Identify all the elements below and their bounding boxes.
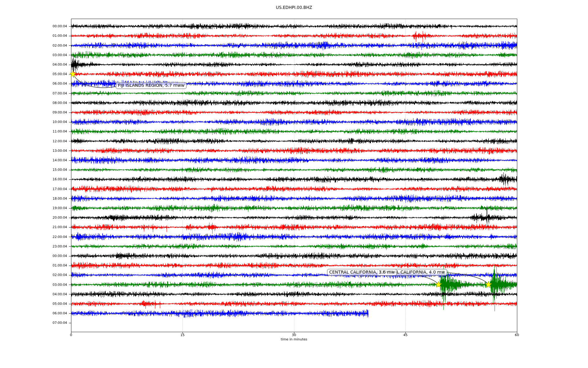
y-tick-label: 07:00:04 bbox=[0, 91, 67, 95]
y-tick-label: 03:00:04 bbox=[0, 283, 67, 287]
y-tick-label: 01:00:04 bbox=[0, 263, 67, 267]
y-tick-label: 22:00:04 bbox=[0, 235, 67, 239]
x-axis-label: time in minutes bbox=[248, 337, 340, 341]
y-tick-label: 08:00:04 bbox=[0, 101, 67, 105]
seismogram-plot-canvas bbox=[0, 0, 588, 368]
y-tick-label: 04:00:04 bbox=[0, 63, 67, 67]
event-annotation-central-california-36: CENTRAL CALIFORNIA, 3.6 mw bbox=[327, 269, 397, 276]
seismogram-figure: US.EDHPI.00.BHZ time in minutes CENTRAL … bbox=[0, 0, 588, 368]
y-tick-label: 13:00:04 bbox=[0, 149, 67, 153]
y-tick-label: 14:00:04 bbox=[0, 158, 67, 162]
y-tick-label: 21:00:04 bbox=[0, 225, 67, 229]
y-tick-label: 00:00:04 bbox=[0, 24, 67, 28]
y-tick-label: 04:00:04 bbox=[0, 292, 67, 296]
y-tick-label: 18:00:04 bbox=[0, 197, 67, 201]
x-tick-label: 15 bbox=[173, 333, 192, 337]
y-tick-label: 02:00:04 bbox=[0, 44, 67, 48]
y-tick-label: 19:00:04 bbox=[0, 206, 67, 210]
y-tick-label: 15:00:04 bbox=[0, 168, 67, 172]
y-tick-label: 07:00:04 bbox=[0, 321, 67, 325]
y-tick-label: 05:00:04 bbox=[0, 302, 67, 306]
y-tick-label: 02:00:04 bbox=[0, 273, 67, 277]
y-tick-label: 16:00:04 bbox=[0, 177, 67, 181]
y-tick-label: 09:00:04 bbox=[0, 110, 67, 114]
y-tick-label: 20:00:04 bbox=[0, 216, 67, 220]
x-tick-label: 45 bbox=[396, 333, 415, 337]
plot-title: US.EDHPI.00.BHZ bbox=[0, 5, 588, 10]
y-tick-label: 10:00:04 bbox=[0, 120, 67, 124]
y-tick-label: 23:00:04 bbox=[0, 244, 67, 248]
x-tick-label: 30 bbox=[285, 333, 303, 337]
event-annotation-fiji: FIJI ISLANDS REGION, 5.7 mww bbox=[116, 82, 187, 89]
y-tick-label: 17:00:04 bbox=[0, 187, 67, 191]
x-tick-label: 0 bbox=[62, 333, 80, 337]
y-tick-label: 03:00:04 bbox=[0, 53, 67, 57]
y-tick-label: 01:00:04 bbox=[0, 34, 67, 38]
y-tick-label: 05:00:04 bbox=[0, 72, 67, 76]
y-tick-label: 11:00:04 bbox=[0, 129, 67, 133]
y-tick-label: 12:00:04 bbox=[0, 139, 67, 143]
y-tick-label: 06:00:04 bbox=[0, 82, 67, 86]
y-tick-label: 00:00:04 bbox=[0, 254, 67, 258]
y-tick-label: 06:00:04 bbox=[0, 311, 67, 315]
x-tick-label: 60 bbox=[508, 333, 526, 337]
